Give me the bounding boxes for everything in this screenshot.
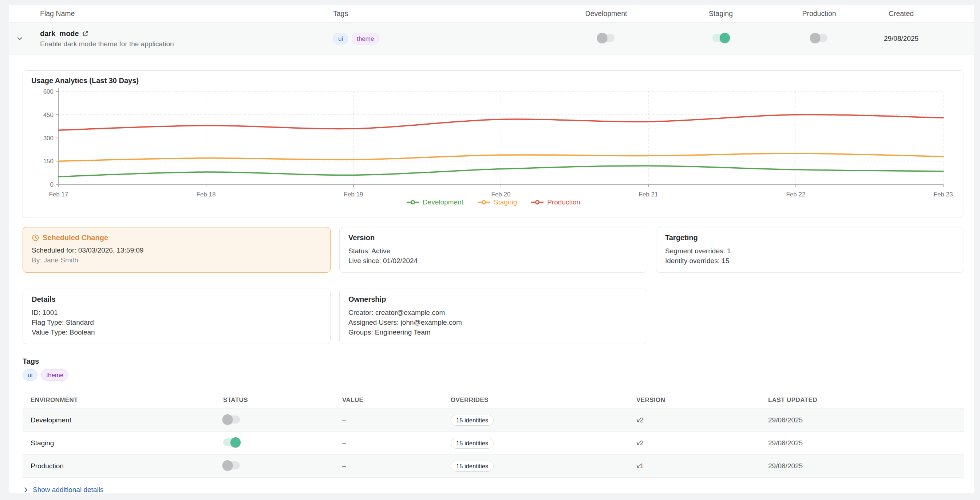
tag-theme[interactable]: theme: [41, 369, 68, 381]
legend-item-development[interactable]: Development: [406, 198, 463, 206]
col-created: Created: [861, 10, 974, 18]
svg-text:Feb 19: Feb 19: [344, 191, 363, 198]
details-card-title: Details: [32, 295, 321, 304]
staging-toggle[interactable]: [713, 34, 729, 42]
legend-label: Production: [547, 198, 580, 206]
flag-tags: uitheme: [333, 33, 548, 45]
environment-name: Staging: [22, 439, 223, 447]
svg-text:Feb 17: Feb 17: [49, 191, 68, 198]
svg-text:Feb 21: Feb 21: [639, 191, 658, 198]
info-cards-row-2: Details ID: 1001Flag Type: StandardValue…: [22, 289, 964, 344]
show-additional-details-link[interactable]: Show additional details: [22, 486, 103, 494]
usage-analytics-card: Usage Analytics (Last 30 Days) 015030045…: [22, 70, 964, 218]
card-line: Flag Type: Standard: [32, 318, 321, 327]
col-production: Production: [777, 10, 861, 18]
toggle-knob: [810, 33, 820, 43]
identities-overrides-pill[interactable]: 15 identities: [451, 461, 494, 471]
svg-text:Feb 20: Feb 20: [492, 191, 511, 198]
card-line: Identity overrides: 15: [665, 256, 955, 266]
toggle-knob: [223, 414, 232, 425]
col-environment: ENVIRONMENT: [22, 396, 223, 404]
toggle-knob: [223, 460, 232, 470]
environment-table-header: ENVIRONMENT STATUS VALUE OVERRIDES VERSI…: [22, 392, 964, 409]
chart-legend: DevelopmentStagingProduction: [23, 198, 964, 206]
scheduled-for-text: Scheduled for: 03/03/2026, 13:59:09: [32, 245, 321, 255]
environment-last-updated: 29/08/2025: [768, 416, 964, 424]
environment-name: Production: [22, 462, 223, 470]
production-toggle[interactable]: [811, 34, 827, 42]
environment-value: –: [342, 462, 451, 470]
environment-row-development: Development–15 identitiesv229/08/2025: [22, 409, 964, 432]
svg-text:600: 600: [43, 88, 54, 95]
card-line: Creator: creator@example.com: [348, 308, 638, 318]
col-last-updated: LAST UPDATED: [768, 396, 964, 404]
environment-last-updated: 29/08/2025: [768, 462, 964, 470]
tag-ui[interactable]: ui: [22, 369, 38, 381]
scheduled-by-text: By: Jane Smith: [32, 255, 321, 265]
card-line: Assigned Users: john@example.com: [348, 318, 638, 327]
series-line-development: [59, 166, 943, 177]
toggle-knob: [231, 437, 241, 447]
svg-text:Feb 23: Feb 23: [934, 191, 953, 198]
col-status: STATUS: [223, 396, 342, 404]
flag-name-block: dark_mode Enable dark mode theme for the…: [40, 30, 333, 48]
legend-label: Development: [423, 198, 463, 206]
col-overrides: OVERRIDES: [451, 396, 636, 404]
col-tags: Tags: [333, 10, 548, 18]
ownership-card: Ownership Creator: creator@example.comAs…: [339, 289, 647, 344]
tag-ui[interactable]: ui: [333, 33, 348, 45]
flag-description: Enable dark mode theme for the applicati…: [40, 40, 333, 48]
legend-marker-icon: [477, 200, 490, 205]
environment-last-updated: 29/08/2025: [768, 439, 964, 447]
development-toggle[interactable]: [598, 34, 614, 42]
ownership-card-lines: Creator: creator@example.comAssigned Use…: [348, 308, 638, 337]
svg-text:150: 150: [43, 158, 54, 165]
external-link-icon[interactable]: [82, 30, 89, 37]
toggle-knob: [597, 33, 607, 43]
flag-created-date: 29/08/2025: [861, 35, 974, 43]
targeting-card-title: Targeting: [665, 233, 955, 242]
chevron-right-icon: [22, 487, 29, 493]
svg-text:0: 0: [50, 181, 54, 188]
card-line: Value Type: Boolean: [32, 327, 321, 337]
identities-overrides-pill[interactable]: 15 identities: [451, 415, 494, 426]
col-value: VALUE: [342, 396, 451, 404]
card-line: ID: 1001: [32, 308, 321, 318]
main-panel: Flag Name Tags Development Staging Produ…: [9, 5, 974, 493]
col-version: VERSION: [636, 396, 768, 404]
chevron-down-icon: [16, 35, 24, 43]
version-card-title: Version: [348, 233, 638, 242]
version-card: Version Status: ActiveLive since: 01/02/…: [339, 227, 647, 273]
production-status-toggle[interactable]: [223, 462, 240, 470]
card-line: Segment overrides: 1: [665, 246, 955, 256]
environment-row-production: Production–15 identitiesv129/08/2025: [22, 455, 964, 478]
ownership-card-title: Ownership: [348, 295, 638, 304]
legend-marker-icon: [406, 200, 419, 205]
expand-flag-button[interactable]: [15, 34, 24, 43]
flag-row: dark_mode Enable dark mode theme for the…: [9, 22, 974, 55]
flag-name[interactable]: dark_mode: [40, 30, 79, 38]
col-development: Development: [548, 10, 664, 18]
tags-section-title: Tags: [22, 357, 964, 366]
tags-section: Tags uitheme: [22, 357, 964, 381]
svg-text:Feb 18: Feb 18: [197, 191, 216, 198]
usage-analytics-chart: 0150300450600Feb 17Feb 18Feb 19Feb 20Feb…: [23, 71, 964, 218]
card-line: Live since: 01/02/2024: [348, 256, 638, 266]
tag-theme[interactable]: theme: [352, 33, 379, 45]
development-status-toggle[interactable]: [223, 415, 240, 423]
col-flag-name: Flag Name: [40, 10, 333, 18]
page: { "flag_table": { "columns": ["Flag Name…: [0, 0, 980, 500]
staging-status-toggle[interactable]: [223, 438, 240, 446]
environment-value: –: [342, 416, 451, 424]
clock-icon: [32, 234, 39, 241]
legend-item-production[interactable]: Production: [531, 198, 580, 206]
environment-version: v2: [636, 439, 768, 447]
environment-version: v2: [636, 416, 768, 424]
card-line: Groups: Engineering Team: [348, 327, 638, 337]
identities-overrides-pill[interactable]: 15 identities: [451, 438, 494, 449]
legend-item-staging[interactable]: Staging: [477, 198, 517, 206]
show-additional-details-label: Show additional details: [33, 486, 103, 494]
tags-section-pills: uitheme: [22, 369, 964, 381]
svg-text:450: 450: [43, 112, 54, 118]
info-cards-row-1: Scheduled Change Scheduled for: 03/03/20…: [22, 227, 964, 273]
